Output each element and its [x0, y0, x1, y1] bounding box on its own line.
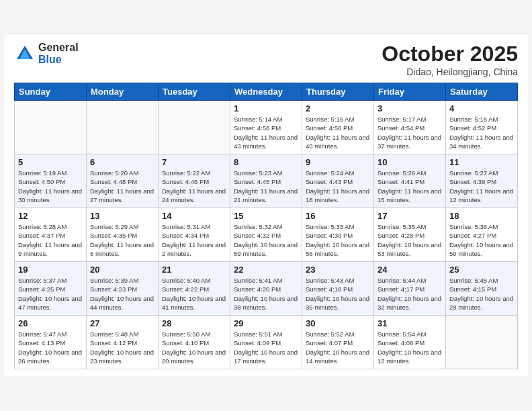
day-number: 2: [306, 103, 370, 113]
day-info: Sunrise: 5:19 AM Sunset: 4:50 PM Dayligh…: [18, 169, 83, 204]
table-row: 2Sunrise: 5:15 AM Sunset: 4:56 PM Daylig…: [302, 101, 374, 154]
day-number: 8: [234, 157, 298, 167]
table-row: [446, 316, 518, 369]
table-row: 18Sunrise: 5:36 AM Sunset: 4:27 PM Dayli…: [446, 208, 518, 262]
day-number: 6: [90, 157, 154, 167]
header: General Blue October 2025 Didao, Heilong…: [14, 42, 518, 77]
header-sunday: Sunday: [15, 83, 87, 101]
day-number: 22: [234, 265, 298, 275]
table-row: 21Sunrise: 5:40 AM Sunset: 4:22 PM Dayli…: [159, 262, 230, 316]
header-tuesday: Tuesday: [159, 83, 230, 101]
table-row: [87, 101, 159, 154]
calendar-week-row: 1Sunrise: 5:14 AM Sunset: 4:58 PM Daylig…: [15, 101, 518, 154]
day-number: 4: [449, 103, 514, 113]
day-info: Sunrise: 5:17 AM Sunset: 4:54 PM Dayligh…: [378, 115, 442, 150]
table-row: [159, 101, 230, 154]
day-number: 31: [378, 318, 442, 328]
day-info: Sunrise: 5:27 AM Sunset: 4:39 PM Dayligh…: [449, 169, 514, 204]
day-info: Sunrise: 5:36 AM Sunset: 4:27 PM Dayligh…: [449, 222, 514, 258]
day-number: 20: [90, 265, 154, 275]
table-row: 20Sunrise: 5:39 AM Sunset: 4:23 PM Dayli…: [87, 262, 159, 316]
table-row: 16Sunrise: 5:33 AM Sunset: 4:30 PM Dayli…: [302, 208, 374, 262]
table-row: 19Sunrise: 5:37 AM Sunset: 4:25 PM Dayli…: [15, 262, 87, 316]
day-info: Sunrise: 5:50 AM Sunset: 4:10 PM Dayligh…: [162, 330, 226, 365]
day-number: 19: [18, 265, 83, 275]
day-number: 1: [234, 103, 298, 113]
calendar-week-row: 5Sunrise: 5:19 AM Sunset: 4:50 PM Daylig…: [15, 154, 518, 208]
table-row: 28Sunrise: 5:50 AM Sunset: 4:10 PM Dayli…: [159, 316, 230, 369]
table-row: 22Sunrise: 5:41 AM Sunset: 4:20 PM Dayli…: [230, 262, 302, 316]
day-info: Sunrise: 5:23 AM Sunset: 4:45 PM Dayligh…: [234, 169, 298, 204]
table-row: 29Sunrise: 5:51 AM Sunset: 4:09 PM Dayli…: [230, 316, 302, 369]
day-number: 13: [90, 211, 154, 221]
day-info: Sunrise: 5:18 AM Sunset: 4:52 PM Dayligh…: [449, 115, 514, 150]
table-row: 14Sunrise: 5:31 AM Sunset: 4:34 PM Dayli…: [159, 208, 230, 262]
header-friday: Friday: [374, 83, 446, 101]
day-info: Sunrise: 5:44 AM Sunset: 4:17 PM Dayligh…: [378, 276, 442, 312]
logo-icon: [14, 43, 36, 64]
table-row: 30Sunrise: 5:52 AM Sunset: 4:07 PM Dayli…: [302, 316, 374, 369]
day-info: Sunrise: 5:43 AM Sunset: 4:18 PM Dayligh…: [306, 276, 370, 312]
day-info: Sunrise: 5:47 AM Sunset: 4:13 PM Dayligh…: [18, 330, 83, 365]
logo: General Blue: [14, 42, 79, 65]
calendar-table: Sunday Monday Tuesday Wednesday Thursday…: [14, 83, 518, 369]
day-info: Sunrise: 5:20 AM Sunset: 4:48 PM Dayligh…: [90, 169, 154, 204]
table-row: 4Sunrise: 5:18 AM Sunset: 4:52 PM Daylig…: [446, 101, 518, 154]
day-info: Sunrise: 5:45 AM Sunset: 4:15 PM Dayligh…: [449, 276, 514, 312]
table-row: 9Sunrise: 5:24 AM Sunset: 4:43 PM Daylig…: [302, 154, 374, 208]
header-monday: Monday: [87, 83, 159, 101]
day-number: 21: [162, 265, 226, 275]
day-info: Sunrise: 5:31 AM Sunset: 4:34 PM Dayligh…: [162, 222, 226, 258]
day-number: 23: [306, 265, 370, 275]
day-info: Sunrise: 5:37 AM Sunset: 4:25 PM Dayligh…: [18, 276, 83, 312]
day-info: Sunrise: 5:24 AM Sunset: 4:43 PM Dayligh…: [306, 169, 370, 204]
table-row: 31Sunrise: 5:54 AM Sunset: 4:06 PM Dayli…: [374, 316, 446, 369]
day-number: 27: [90, 318, 154, 328]
day-number: 12: [18, 211, 83, 221]
day-info: Sunrise: 5:26 AM Sunset: 4:41 PM Dayligh…: [378, 169, 442, 204]
day-info: Sunrise: 5:29 AM Sunset: 4:35 PM Dayligh…: [90, 222, 154, 258]
day-number: 5: [18, 157, 83, 167]
day-number: 10: [378, 157, 442, 167]
header-wednesday: Wednesday: [230, 83, 302, 101]
table-row: 25Sunrise: 5:45 AM Sunset: 4:15 PM Dayli…: [446, 262, 518, 316]
table-row: 3Sunrise: 5:17 AM Sunset: 4:54 PM Daylig…: [374, 101, 446, 154]
calendar-week-row: 26Sunrise: 5:47 AM Sunset: 4:13 PM Dayli…: [15, 316, 518, 369]
day-info: Sunrise: 5:54 AM Sunset: 4:06 PM Dayligh…: [378, 330, 442, 365]
day-info: Sunrise: 5:39 AM Sunset: 4:23 PM Dayligh…: [90, 276, 154, 312]
day-number: 9: [306, 157, 370, 167]
day-number: 15: [234, 211, 298, 221]
table-row: 13Sunrise: 5:29 AM Sunset: 4:35 PM Dayli…: [87, 208, 159, 262]
table-row: 5Sunrise: 5:19 AM Sunset: 4:50 PM Daylig…: [15, 154, 87, 208]
table-row: 1Sunrise: 5:14 AM Sunset: 4:58 PM Daylig…: [230, 101, 302, 154]
day-number: 11: [449, 157, 514, 167]
table-row: 24Sunrise: 5:44 AM Sunset: 4:17 PM Dayli…: [374, 262, 446, 316]
table-row: 27Sunrise: 5:48 AM Sunset: 4:12 PM Dayli…: [87, 316, 159, 369]
day-info: Sunrise: 5:22 AM Sunset: 4:46 PM Dayligh…: [162, 169, 226, 204]
day-number: 16: [306, 211, 370, 221]
table-row: 6Sunrise: 5:20 AM Sunset: 4:48 PM Daylig…: [87, 154, 159, 208]
table-row: 8Sunrise: 5:23 AM Sunset: 4:45 PM Daylig…: [230, 154, 302, 208]
day-info: Sunrise: 5:15 AM Sunset: 4:56 PM Dayligh…: [306, 115, 370, 150]
day-number: 24: [378, 265, 442, 275]
table-row: [15, 101, 87, 154]
day-info: Sunrise: 5:33 AM Sunset: 4:30 PM Dayligh…: [306, 222, 370, 258]
day-info: Sunrise: 5:48 AM Sunset: 4:12 PM Dayligh…: [90, 330, 154, 365]
day-info: Sunrise: 5:32 AM Sunset: 4:32 PM Dayligh…: [234, 222, 298, 258]
month-title: October 2025: [382, 42, 518, 66]
table-row: 17Sunrise: 5:35 AM Sunset: 4:28 PM Dayli…: [374, 208, 446, 262]
table-row: 11Sunrise: 5:27 AM Sunset: 4:39 PM Dayli…: [446, 154, 518, 208]
day-info: Sunrise: 5:41 AM Sunset: 4:20 PM Dayligh…: [234, 276, 298, 312]
day-number: 26: [18, 318, 83, 328]
title-section: October 2025 Didao, Heilongjiang, China: [382, 42, 518, 77]
table-row: 12Sunrise: 5:28 AM Sunset: 4:37 PM Dayli…: [15, 208, 87, 262]
table-row: 10Sunrise: 5:26 AM Sunset: 4:41 PM Dayli…: [374, 154, 446, 208]
day-number: 7: [162, 157, 226, 167]
logo-blue: Blue: [38, 54, 79, 66]
table-row: 23Sunrise: 5:43 AM Sunset: 4:18 PM Dayli…: [302, 262, 374, 316]
day-info: Sunrise: 5:14 AM Sunset: 4:58 PM Dayligh…: [234, 115, 298, 150]
table-row: 26Sunrise: 5:47 AM Sunset: 4:13 PM Dayli…: [15, 316, 87, 369]
logo-text: General Blue: [38, 42, 79, 65]
calendar-week-row: 19Sunrise: 5:37 AM Sunset: 4:25 PM Dayli…: [15, 262, 518, 316]
header-thursday: Thursday: [302, 83, 374, 101]
